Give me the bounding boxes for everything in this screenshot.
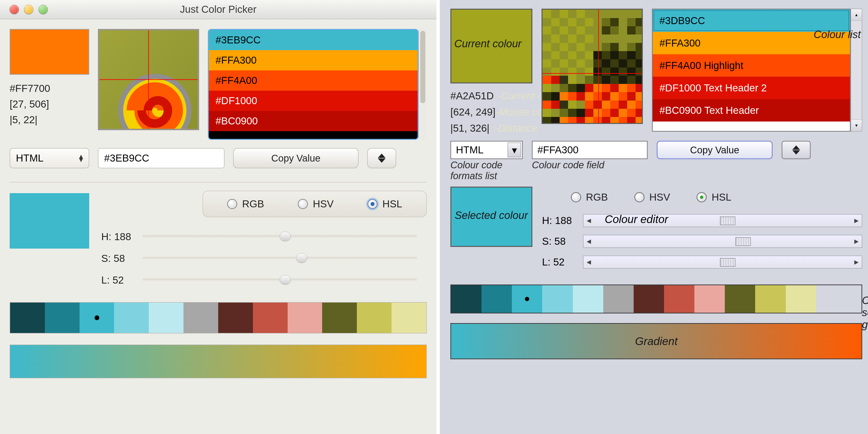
- colour-list-item[interactable]: #FFA300: [209, 50, 417, 70]
- chevron-up-icon: ▲: [855, 13, 858, 17]
- scheme-swatch[interactable]: [482, 285, 512, 313]
- gradient-strip[interactable]: Gradient: [451, 323, 862, 359]
- slider-thumb-icon[interactable]: [296, 253, 307, 263]
- slider-thumb-icon[interactable]: [735, 237, 751, 246]
- list-stepper[interactable]: [782, 141, 811, 159]
- format-select[interactable]: HTML ▲▼: [10, 148, 89, 168]
- slider-s-label: S: 58: [542, 236, 583, 247]
- scheme-swatch[interactable]: [10, 303, 45, 333]
- label-colour-list: Colour list: [813, 28, 861, 40]
- mode-hsl[interactable]: HSL: [368, 198, 402, 210]
- colour-list-scrollbar[interactable]: [418, 29, 427, 140]
- scheme-swatch[interactable]: [149, 303, 184, 333]
- radio-selected-icon: [696, 192, 707, 202]
- colour-code-field[interactable]: #FFA300: [532, 141, 648, 159]
- colour-list-item[interactable]: #BC0900 Text Header: [653, 99, 850, 122]
- mode-hsl[interactable]: HSL: [696, 191, 731, 203]
- colour-code-field[interactable]: #3EB9CC: [98, 148, 224, 168]
- slider-s[interactable]: [142, 257, 417, 260]
- copy-value-label: Copy Value: [690, 145, 739, 156]
- colour-list-item[interactable]: #DF1000: [209, 91, 417, 111]
- scheme-swatch[interactable]: [45, 303, 80, 333]
- slider-h[interactable]: [142, 235, 417, 239]
- scheme-swatch[interactable]: [664, 285, 694, 313]
- scheme-swatch[interactable]: [253, 303, 288, 333]
- label-colour-editor: Colour editor: [605, 213, 668, 226]
- mode-hsv[interactable]: HSV: [298, 198, 334, 210]
- scheme-swatch[interactable]: [322, 303, 357, 333]
- scheme-swatch[interactable]: [542, 285, 572, 313]
- slider-l[interactable]: ◄►: [583, 255, 862, 269]
- slider-l-label: L: 52: [101, 274, 142, 286]
- label-code-field: Colour code field: [532, 160, 604, 170]
- arrow-right-icon[interactable]: ►: [851, 237, 862, 245]
- mode-rgb[interactable]: RGB: [227, 198, 264, 210]
- scheme-swatch[interactable]: [218, 303, 253, 333]
- step-down-icon[interactable]: [792, 150, 800, 155]
- gradient-strip[interactable]: [10, 345, 427, 378]
- mode-rgb[interactable]: RGB: [571, 191, 608, 203]
- crosshair-horizontal-icon: [542, 73, 642, 74]
- slider-l[interactable]: [142, 278, 417, 282]
- arrow-left-icon[interactable]: ◄: [584, 217, 594, 225]
- scheme-swatch[interactable]: [694, 285, 725, 313]
- colour-list[interactable]: #3EB9CC#FFA300#FF4A00#DF1000#BC0900: [208, 29, 418, 140]
- scroll-up-button[interactable]: ▲: [851, 9, 862, 21]
- scheme-swatch[interactable]: [80, 303, 114, 333]
- scheme-swatch[interactable]: [725, 285, 755, 313]
- step-up-icon[interactable]: [378, 154, 385, 158]
- copy-value-button[interactable]: Copy Value: [233, 148, 359, 168]
- current-colour-code: #FF7700: [10, 81, 89, 96]
- crosshair-vertical-icon: [598, 10, 599, 123]
- scheme-swatch[interactable]: [114, 303, 149, 333]
- colour-scheme-strip[interactable]: Colour scheme generator: [451, 284, 862, 313]
- chevron-down-icon: ▾: [512, 144, 517, 156]
- mode-hsl-label: HSL: [382, 198, 402, 210]
- mode-hsv-label: HSV: [313, 198, 334, 210]
- scrollbar-thumb[interactable]: [420, 31, 425, 103]
- slider-s-label: S: 58: [101, 253, 142, 264]
- mode-hsv[interactable]: HSV: [634, 191, 670, 203]
- format-select[interactable]: HTML ▾: [451, 141, 523, 159]
- colour-scheme-strip[interactable]: [10, 302, 427, 334]
- dropdown-button[interactable]: ▾: [507, 143, 521, 157]
- magnifier-content-icon: [116, 64, 193, 130]
- distance-value: |51, 326|: [451, 123, 490, 134]
- scheme-swatch[interactable]: [603, 285, 633, 313]
- scheme-swatch[interactable]: [786, 285, 816, 313]
- colour-list-item[interactable]: #DF1000 Text Header 2: [653, 77, 850, 99]
- scheme-swatch[interactable]: [755, 285, 785, 313]
- scheme-swatch[interactable]: [633, 285, 664, 313]
- copy-value-button[interactable]: Copy Value: [657, 141, 773, 159]
- slider-thumb-icon[interactable]: [720, 258, 735, 267]
- arrow-left-icon[interactable]: ◄: [584, 237, 594, 245]
- title-bar[interactable]: Just Color Picker: [0, 0, 436, 19]
- slider-thumb-icon[interactable]: [280, 275, 291, 285]
- scheme-swatch[interactable]: [451, 285, 482, 313]
- step-down-icon[interactable]: [378, 158, 385, 163]
- colour-mode-segment: RGB HSV HSL: [203, 191, 427, 217]
- slider-thumb-icon[interactable]: [720, 217, 735, 225]
- scheme-swatch[interactable]: [184, 303, 218, 333]
- scroll-down-button[interactable]: ▼: [851, 120, 862, 131]
- colour-list-item[interactable]: #FF4A00 Highlight: [653, 54, 850, 77]
- colour-list-item[interactable]: #FF4A00: [209, 70, 417, 91]
- colour-list-item[interactable]: #BC0900: [209, 111, 417, 131]
- colour-list-item[interactable]: #3EB9CC: [209, 30, 417, 50]
- scheme-swatch[interactable]: [573, 285, 603, 313]
- scheme-swatch[interactable]: [357, 303, 392, 333]
- colour-list-scrollbar[interactable]: ▲ ▼: [850, 9, 862, 132]
- arrow-right-icon[interactable]: ►: [851, 217, 862, 225]
- colour-list[interactable]: #3DB9CC#FFA300#FF4A00 Highlight#DF1000 T…: [652, 9, 850, 132]
- scheme-swatch[interactable]: [392, 303, 426, 333]
- arrow-left-icon[interactable]: ◄: [584, 258, 594, 266]
- scheme-swatch[interactable]: [512, 285, 542, 313]
- slider-s[interactable]: ◄►: [583, 235, 862, 248]
- step-up-icon[interactable]: [792, 145, 800, 150]
- radio-icon: [298, 199, 308, 209]
- scheme-swatch[interactable]: [288, 303, 322, 333]
- arrow-right-icon[interactable]: ►: [851, 258, 862, 266]
- slider-thumb-icon[interactable]: [280, 232, 291, 241]
- list-stepper[interactable]: [367, 148, 396, 168]
- colour-list-item[interactable]: [209, 131, 417, 139]
